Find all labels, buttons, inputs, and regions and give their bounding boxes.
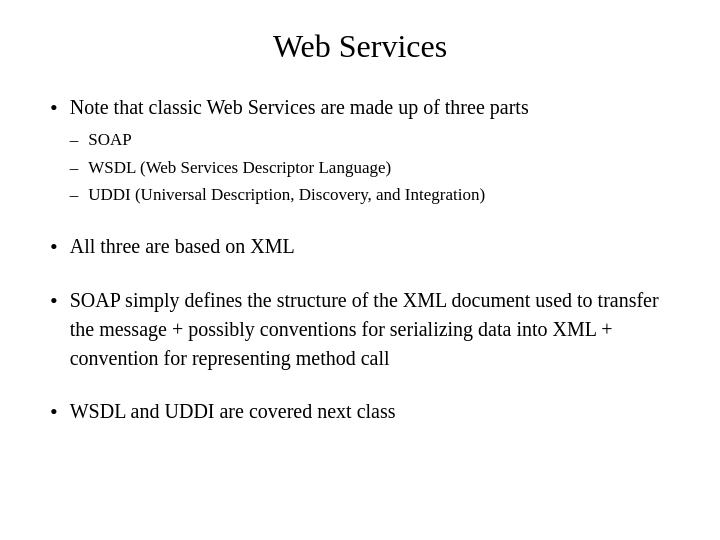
slide-title: Web Services xyxy=(50,28,670,65)
bullet-label-3: SOAP simply defines the structure of the… xyxy=(70,286,670,373)
bullet-label-2: All three are based on XML xyxy=(70,232,670,260)
sub-text-1-2: WSDL (Web Services Descriptor Language) xyxy=(88,155,670,181)
sub-item-1-2: – WSDL (Web Services Descriptor Language… xyxy=(70,155,670,181)
sub-item-1-1: – SOAP xyxy=(70,127,670,153)
bullet-item-2: • All three are based on XML xyxy=(50,232,670,263)
sub-text-1-1: SOAP xyxy=(88,127,670,153)
bullet-list: • Note that classic Web Services are mad… xyxy=(50,93,670,428)
bullet-dot-4: • xyxy=(50,397,58,428)
bullet-text-1: Note that classic Web Services are made … xyxy=(70,93,670,208)
sub-item-1-3: – UDDI (Universal Description, Discovery… xyxy=(70,182,670,208)
sub-dash-1-2: – xyxy=(70,155,79,181)
bullet-dot-3: • xyxy=(50,286,58,317)
bullet-item-3: • SOAP simply defines the structure of t… xyxy=(50,286,670,373)
sub-dash-1-1: – xyxy=(70,127,79,153)
bullet-dot-1: • xyxy=(50,93,58,124)
bullet-item-1: • Note that classic Web Services are mad… xyxy=(50,93,670,208)
bullet-label-1: Note that classic Web Services are made … xyxy=(70,96,529,118)
sub-dash-1-3: – xyxy=(70,182,79,208)
bullet-label-4: WSDL and UDDI are covered next class xyxy=(70,397,670,425)
bullet-dot-2: • xyxy=(50,232,58,263)
bullet-item-4: • WSDL and UDDI are covered next class xyxy=(50,397,670,428)
sub-list-1: – SOAP – WSDL (Web Services Descriptor L… xyxy=(70,127,670,208)
sub-text-1-3: UDDI (Universal Description, Discovery, … xyxy=(88,182,670,208)
slide-container: Web Services • Note that classic Web Ser… xyxy=(0,0,720,540)
